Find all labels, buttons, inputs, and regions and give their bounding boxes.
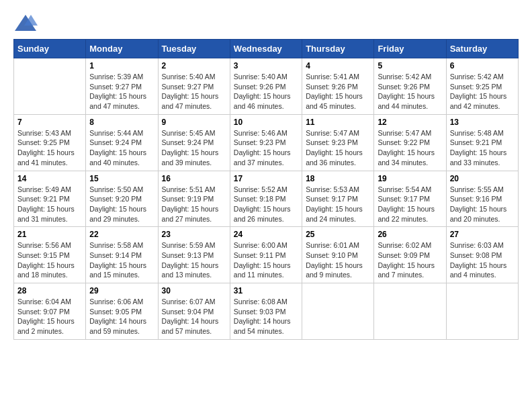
day-number: 19 [378,174,442,183]
day-number: 31 [234,286,298,295]
day-info: Sunrise: 5:39 AMSunset: 9:27 PMDaylight:… [89,72,154,111]
day-number: 14 [17,174,82,183]
calendar-cell: 7Sunrise: 5:43 AMSunset: 9:25 PMDaylight… [14,114,86,171]
day-info: Sunrise: 5:59 AMSunset: 9:13 PMDaylight:… [162,240,226,280]
day-info: Sunrise: 5:50 AMSunset: 9:20 PMDaylight:… [89,185,154,224]
day-number: 2 [162,61,226,71]
calendar-cell: 15Sunrise: 5:50 AMSunset: 9:20 PMDayligh… [86,171,158,227]
day-info: Sunrise: 5:49 AMSunset: 9:21 PMDaylight:… [17,185,82,224]
day-info: Sunrise: 6:00 AMSunset: 9:11 PMDaylight:… [234,240,298,280]
calendar-cell: 21Sunrise: 5:56 AMSunset: 9:15 PMDayligh… [14,227,86,283]
day-number: 26 [378,230,442,239]
day-number: 27 [450,230,515,239]
weekday-header: Thursday [302,40,374,58]
logo [13,13,40,32]
day-number: 21 [17,230,82,239]
day-info: Sunrise: 5:46 AMSunset: 9:23 PMDaylight:… [234,128,298,168]
calendar-cell: 16Sunrise: 5:51 AMSunset: 9:19 PMDayligh… [158,171,230,227]
day-info: Sunrise: 6:04 AMSunset: 9:07 PMDaylight:… [17,297,82,336]
calendar-cell: 11Sunrise: 5:47 AMSunset: 9:23 PMDayligh… [302,114,374,171]
day-number: 22 [89,230,154,239]
calendar-cell: 18Sunrise: 5:53 AMSunset: 9:17 PMDayligh… [302,171,374,227]
day-number: 29 [89,286,154,295]
calendar-cell: 1Sunrise: 5:39 AMSunset: 9:27 PMDaylight… [86,58,158,115]
day-number: 16 [162,174,226,183]
day-number: 15 [89,174,154,183]
day-info: Sunrise: 6:08 AMSunset: 9:03 PMDaylight:… [234,297,298,336]
calendar-cell: 29Sunrise: 6:06 AMSunset: 9:05 PMDayligh… [86,283,158,340]
calendar-cell: 20Sunrise: 5:55 AMSunset: 9:16 PMDayligh… [446,171,518,227]
day-info: Sunrise: 5:56 AMSunset: 9:15 PMDaylight:… [17,240,82,280]
weekday-header: Tuesday [158,40,230,58]
day-info: Sunrise: 5:58 AMSunset: 9:14 PMDaylight:… [89,240,154,280]
day-info: Sunrise: 5:47 AMSunset: 9:22 PMDaylight:… [378,128,442,168]
day-number: 18 [306,174,370,183]
day-info: Sunrise: 6:01 AMSunset: 9:10 PMDaylight:… [306,240,370,280]
calendar-week-row: 1Sunrise: 5:39 AMSunset: 9:27 PMDaylight… [14,58,519,115]
day-info: Sunrise: 5:43 AMSunset: 9:25 PMDaylight:… [17,128,82,168]
day-info: Sunrise: 5:55 AMSunset: 9:16 PMDaylight:… [450,185,515,224]
calendar-cell: 27Sunrise: 6:03 AMSunset: 9:08 PMDayligh… [446,227,518,283]
weekday-header: Wednesday [230,40,302,58]
calendar-cell: 10Sunrise: 5:46 AMSunset: 9:23 PMDayligh… [230,114,302,171]
calendar-week-row: 7Sunrise: 5:43 AMSunset: 9:25 PMDaylight… [14,114,519,171]
day-number: 6 [450,61,515,71]
calendar-cell: 28Sunrise: 6:04 AMSunset: 9:07 PMDayligh… [14,283,86,340]
day-info: Sunrise: 5:51 AMSunset: 9:19 PMDaylight:… [162,185,226,224]
calendar-cell [302,283,374,340]
calendar-cell: 2Sunrise: 5:40 AMSunset: 9:27 PMDaylight… [158,58,230,115]
day-number: 23 [162,230,226,239]
day-number: 7 [17,118,82,127]
day-info: Sunrise: 6:06 AMSunset: 9:05 PMDaylight:… [89,297,154,336]
day-info: Sunrise: 5:53 AMSunset: 9:17 PMDaylight:… [306,185,370,224]
calendar-cell: 4Sunrise: 5:41 AMSunset: 9:26 PMDaylight… [302,58,374,115]
day-info: Sunrise: 5:42 AMSunset: 9:25 PMDaylight:… [450,72,515,111]
calendar-cell: 26Sunrise: 6:02 AMSunset: 9:09 PMDayligh… [374,227,446,283]
calendar-cell: 8Sunrise: 5:44 AMSunset: 9:24 PMDaylight… [86,114,158,171]
day-number: 17 [234,174,298,183]
day-number: 1 [89,61,154,71]
day-info: Sunrise: 5:48 AMSunset: 9:21 PMDaylight:… [450,128,515,168]
day-number: 11 [306,118,370,127]
calendar-cell: 6Sunrise: 5:42 AMSunset: 9:25 PMDaylight… [446,58,518,115]
day-number: 24 [234,230,298,239]
day-number: 9 [162,118,226,127]
calendar-cell: 12Sunrise: 5:47 AMSunset: 9:22 PMDayligh… [374,114,446,171]
calendar-header-row: SundayMondayTuesdayWednesdayThursdayFrid… [14,40,519,58]
day-info: Sunrise: 5:47 AMSunset: 9:23 PMDaylight:… [306,128,370,168]
calendar-cell: 17Sunrise: 5:52 AMSunset: 9:18 PMDayligh… [230,171,302,227]
calendar-cell: 24Sunrise: 6:00 AMSunset: 9:11 PMDayligh… [230,227,302,283]
calendar-cell: 9Sunrise: 5:45 AMSunset: 9:24 PMDaylight… [158,114,230,171]
calendar-week-row: 21Sunrise: 5:56 AMSunset: 9:15 PMDayligh… [14,227,519,283]
calendar-cell: 13Sunrise: 5:48 AMSunset: 9:21 PMDayligh… [446,114,518,171]
calendar-cell [446,283,518,340]
day-info: Sunrise: 5:41 AMSunset: 9:26 PMDaylight:… [306,72,370,111]
day-number: 10 [234,118,298,127]
day-info: Sunrise: 6:07 AMSunset: 9:04 PMDaylight:… [162,297,226,336]
calendar-cell: 14Sunrise: 5:49 AMSunset: 9:21 PMDayligh… [14,171,86,227]
day-number: 3 [234,61,298,71]
day-info: Sunrise: 5:40 AMSunset: 9:26 PMDaylight:… [234,72,298,111]
day-number: 25 [306,230,370,239]
day-number: 5 [378,61,442,71]
day-info: Sunrise: 5:52 AMSunset: 9:18 PMDaylight:… [234,185,298,224]
calendar-cell: 30Sunrise: 6:07 AMSunset: 9:04 PMDayligh… [158,283,230,340]
day-info: Sunrise: 6:03 AMSunset: 9:08 PMDaylight:… [450,240,515,280]
day-info: Sunrise: 5:42 AMSunset: 9:26 PMDaylight:… [378,72,442,111]
calendar-week-row: 14Sunrise: 5:49 AMSunset: 9:21 PMDayligh… [14,171,519,227]
day-number: 28 [17,286,82,295]
weekday-header: Sunday [14,40,86,58]
calendar-cell: 31Sunrise: 6:08 AMSunset: 9:03 PMDayligh… [230,283,302,340]
logo-icon [13,13,38,32]
page-header [13,13,519,32]
calendar-cell: 5Sunrise: 5:42 AMSunset: 9:26 PMDaylight… [374,58,446,115]
weekday-header: Saturday [446,40,518,58]
weekday-header: Friday [374,40,446,58]
day-info: Sunrise: 5:40 AMSunset: 9:27 PMDaylight:… [162,72,226,111]
weekday-header: Monday [86,40,158,58]
day-number: 12 [378,118,442,127]
calendar-cell: 19Sunrise: 5:54 AMSunset: 9:17 PMDayligh… [374,171,446,227]
calendar-table: SundayMondayTuesdayWednesdayThursdayFrid… [13,39,519,340]
day-info: Sunrise: 5:54 AMSunset: 9:17 PMDaylight:… [378,185,442,224]
calendar-cell: 23Sunrise: 5:59 AMSunset: 9:13 PMDayligh… [158,227,230,283]
